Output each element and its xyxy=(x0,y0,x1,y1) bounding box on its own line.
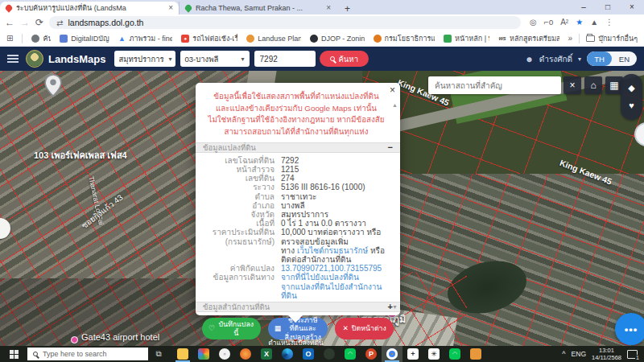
site-info-icon[interactable]: ⇄ xyxy=(56,19,63,27)
user-menu[interactable]: ดำรงศักดิ์ xyxy=(539,53,572,65)
bookmark-item[interactable]: DJOP - Zoning สถาน... xyxy=(310,33,365,44)
parcel-number-input[interactable] xyxy=(254,51,316,67)
taskbar-search[interactable]: Type here to search xyxy=(27,348,148,360)
tab-close-icon[interactable]: × xyxy=(326,4,331,12)
close-window-button[interactable]: ✕ ปิดหน้าต่าง xyxy=(335,318,394,339)
map-search-clear-button[interactable]: × xyxy=(564,76,581,94)
location-icon[interactable]: ◎ xyxy=(530,19,537,27)
folder-icon xyxy=(586,35,595,42)
back-icon[interactable]: ← xyxy=(5,18,14,27)
bookmark-item[interactable]: ค้นหา xyxy=(31,33,51,44)
plus-app-icon[interactable]: + xyxy=(402,346,423,362)
system-tray: ^ ENG 13:01 14/11/2568 1 xyxy=(562,347,644,362)
scroll-up-icon[interactable]: ▲ xyxy=(392,102,398,108)
map-search-input[interactable] xyxy=(428,76,561,94)
chat-button[interactable]: ••• xyxy=(615,313,644,345)
office-icon[interactable] xyxy=(193,346,214,362)
section-parcel-info[interactable]: ข้อมูลแปลงที่ดิน − xyxy=(196,142,400,153)
map-home-button[interactable]: ⌂ xyxy=(584,76,602,94)
menu-dots-icon[interactable]: ⋮ xyxy=(605,19,613,27)
forward-icon[interactable]: → xyxy=(20,18,30,27)
chevron-more-icon[interactable]: » xyxy=(568,34,573,43)
section-land-office-info[interactable]: ข้อมูลสำนักงานที่ดิน + xyxy=(196,302,400,312)
firefox-icon[interactable] xyxy=(235,346,256,362)
district-select[interactable]: 03-บางพลี▾ xyxy=(180,51,250,67)
search-button[interactable]: ค้นหา xyxy=(320,51,369,67)
treasury-website-link[interactable]: เว็บไซต์กรมธนารักษ์ xyxy=(297,246,368,255)
lang-en-button[interactable]: EN xyxy=(612,51,637,66)
layers-icon[interactable]: ◆ xyxy=(628,84,634,93)
excel-icon[interactable]: X xyxy=(256,346,277,362)
new-tab-button[interactable]: + xyxy=(345,3,350,14)
close-x-icon: ✕ xyxy=(342,324,348,332)
pay-tax-button[interactable]: ▦ ชำระภาษีที่ดินและสิ่งปลูกสร้าง xyxy=(268,318,328,339)
collapse-icon[interactable]: − xyxy=(388,143,393,152)
ws-icon: ws xyxy=(498,35,506,43)
satellite-map[interactable]: 103 เพอร์เฟคเพลส เฟส4 Thanarat Loi Fai ซ… xyxy=(0,71,644,346)
chrome-icon[interactable] xyxy=(382,346,402,362)
notification-center-icon[interactable]: 1 xyxy=(627,350,638,359)
window-controls: – □ × xyxy=(572,0,644,14)
tab-close-icon[interactable]: × xyxy=(168,4,173,12)
coordinates-link[interactable]: 13.70990721,100.73155795 xyxy=(281,264,382,273)
map-pin-favicon xyxy=(4,3,13,12)
browser-tab-inactive[interactable]: Racha Thewa, Samut Prakan - ... × xyxy=(179,2,336,14)
edge-icon[interactable] xyxy=(277,346,298,362)
password-key-icon[interactable]: ⌐o xyxy=(544,19,553,27)
reload-icon[interactable]: ⟳ xyxy=(35,18,43,27)
powerpoint-icon[interactable]: P xyxy=(361,346,382,362)
brand-title: LandsMaps xyxy=(48,53,106,65)
directions-to-parcel-link[interactable]: จากที่นี่ไปยังแปลงที่ดิน xyxy=(281,273,359,282)
photos-icon[interactable]: ◦ xyxy=(214,346,235,362)
input-language[interactable]: ENG xyxy=(572,350,586,358)
line2-icon[interactable]: ◠ xyxy=(444,346,465,362)
popup-close-icon[interactable]: × xyxy=(390,84,395,97)
maximize-button[interactable]: □ xyxy=(596,0,620,14)
task-view-icon[interactable]: ⧉ xyxy=(148,349,169,359)
bookmark-item[interactable]: กรมโยธาธิการและผังเมือ... xyxy=(374,33,436,44)
globe-icon xyxy=(31,35,39,43)
outlook-icon[interactable]: O xyxy=(298,346,319,362)
minimize-button[interactable]: – xyxy=(572,0,596,14)
field-area: เนื้อที่0 ไร่ 1 งาน 0.0 ตารางวา xyxy=(200,219,390,228)
extension-icon[interactable]: ▲ xyxy=(590,19,598,27)
bookmark-item[interactable]: หน้าหลัก | ที่ดินโพร xyxy=(444,33,489,44)
landuse-icon xyxy=(246,35,254,43)
hotel-poi-dot[interactable] xyxy=(71,336,78,343)
bookmark-item[interactable]: wsหลักสูตรเตรียมสถาปนิกฯ... xyxy=(498,33,559,44)
translate-icon[interactable]: A² xyxy=(560,19,568,27)
start-button[interactable] xyxy=(0,350,27,359)
browser-tabstrip: ระบบค้นหารูปแปลงที่ดิน (LandsMa × Racha … xyxy=(0,0,644,14)
bookmarks-bar: ⊞ ค้นหา DigitalIDบัญชีของฉัน ▲ภาพรวม - f… xyxy=(0,31,644,47)
address-bar[interactable]: ⇄ landsmaps.dol.go.th xyxy=(49,16,521,29)
apps-grid-icon[interactable]: ⊞ xyxy=(6,34,13,43)
search-icon xyxy=(330,56,335,61)
other-bookmarks[interactable]: บุ๊กมาร์กอื่นๆ xyxy=(586,33,638,44)
hamburger-menu-icon[interactable] xyxy=(7,55,19,63)
clock[interactable]: 13:01 14/11/2568 xyxy=(592,347,621,362)
bookmark-star-icon[interactable]: ★ xyxy=(576,19,583,27)
bookmark-item[interactable]: ▲ภาพรวม - fineseat co... xyxy=(118,33,173,44)
bookmark-item[interactable]: DigitalIDบัญชีของฉัน xyxy=(60,33,109,44)
field-district: อำเภอบางพลี xyxy=(200,201,390,210)
province-select[interactable]: สมุทรปราการ▾ xyxy=(114,51,175,67)
bookmark-item[interactable]: Landuse Plan - ระบบ... xyxy=(246,33,301,44)
chevron-down-icon: ▾ xyxy=(169,56,172,63)
browser-tab-active[interactable]: ระบบค้นหารูปแปลงที่ดิน (LandsMa × xyxy=(0,2,179,14)
line-icon[interactable]: ◠ xyxy=(340,346,361,362)
file-explorer-icon[interactable] xyxy=(172,346,193,362)
dark-app-icon[interactable] xyxy=(319,346,340,362)
hotel-label: Gate43 airport hotel xyxy=(81,332,159,342)
lang-th-button[interactable]: TH xyxy=(587,51,612,66)
close-button[interactable]: × xyxy=(620,0,644,14)
bookmark-item[interactable]: ●รถไฟต่อเช้ง-เรื่องราว-เ... xyxy=(181,33,237,44)
save-parcel-button[interactable]: ♡ บันทึกแปลงนี้ xyxy=(202,318,261,339)
scroll-down-icon[interactable]: ▼ xyxy=(392,304,398,310)
directions-to-office-link[interactable]: จากแปลงที่ดินไปยังสำนักงานที่ดิน xyxy=(281,282,382,300)
orange-app-icon[interactable] xyxy=(465,346,486,362)
chatgpt-icon[interactable]: ✳ xyxy=(423,346,444,362)
favorites-heart-icon[interactable]: ♥ xyxy=(629,101,634,110)
chevron-down-icon[interactable]: ▾ xyxy=(578,56,581,63)
hidden-icons-chevron[interactable]: ^ xyxy=(562,350,565,358)
field-subdistrict: ตำบลราชาเทวะ xyxy=(200,192,390,201)
